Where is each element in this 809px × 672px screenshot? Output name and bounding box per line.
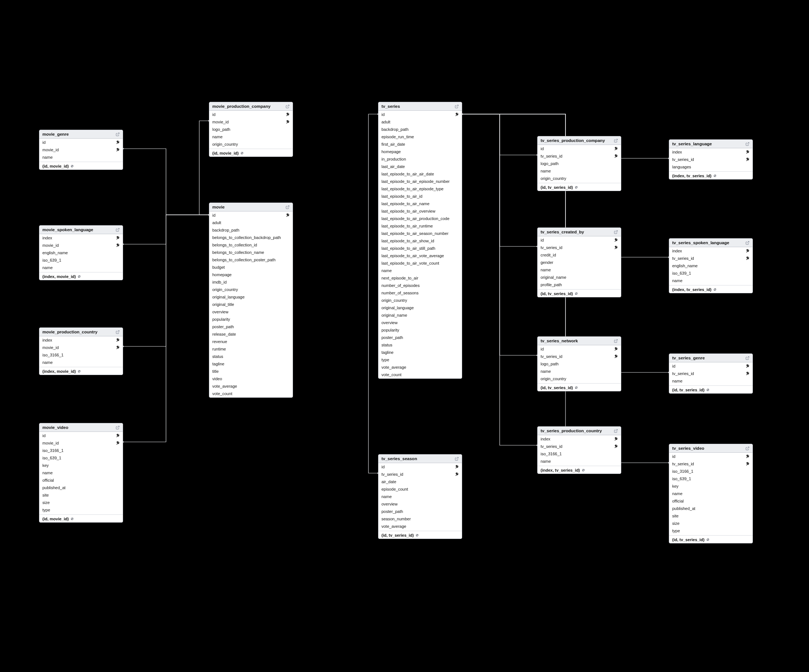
column-row[interactable]: name (537, 167, 621, 175)
entity-tv_series_season[interactable]: tv_series_seasonidtv_series_idair_dateep… (378, 454, 462, 539)
open-icon[interactable] (115, 132, 120, 136)
column-row[interactable]: episode_count (378, 485, 462, 493)
column-row[interactable]: adult (209, 219, 293, 226)
entity-tv_series_language[interactable]: tv_series_languageindextv_series_idlangu… (669, 139, 753, 179)
column-row[interactable]: name (39, 154, 123, 161)
column-row[interactable]: site (39, 491, 123, 499)
column-row[interactable]: movie_id (209, 118, 293, 126)
column-row[interactable]: credit_id (537, 251, 621, 259)
column-row[interactable]: iso_639_1 (39, 256, 123, 264)
column-row[interactable]: tv_series_id (537, 244, 621, 251)
entity-header[interactable]: tv_series_network (537, 337, 621, 345)
entity-header[interactable]: tv_series_production_company (537, 136, 621, 145)
column-row[interactable]: belongs_to_collection_backdrop_path (209, 234, 293, 241)
column-row[interactable]: backdrop_path (378, 126, 462, 133)
column-row[interactable]: tv_series_id (537, 442, 621, 450)
column-row[interactable]: name (209, 133, 293, 141)
column-row[interactable]: last_episode_to_air_name (378, 200, 462, 208)
column-row[interactable]: id (537, 236, 621, 244)
entity-movie_video[interactable]: movie_videoidmovie_idiso_3166_1iso_639_1… (39, 423, 123, 523)
column-row[interactable]: poster_path (378, 334, 462, 341)
column-row[interactable]: belongs_to_collection_name (209, 249, 293, 256)
entity-header[interactable]: tv_series_language (669, 140, 752, 148)
column-row[interactable]: official (39, 476, 123, 484)
entity-header[interactable]: movie (209, 203, 293, 211)
column-row[interactable]: origin_country (209, 141, 293, 148)
open-icon[interactable] (613, 230, 618, 234)
entity-header[interactable]: tv_series (378, 102, 462, 111)
column-row[interactable]: iso_639_1 (669, 270, 752, 277)
column-row[interactable]: poster_path (209, 323, 293, 330)
column-row[interactable]: index (669, 148, 752, 156)
entity-header[interactable]: movie_genre (39, 130, 123, 139)
column-row[interactable]: vote_average (378, 364, 462, 371)
column-row[interactable]: published_at (669, 505, 752, 512)
column-row[interactable]: size (39, 499, 123, 506)
open-icon[interactable] (745, 356, 750, 360)
open-icon[interactable] (115, 330, 120, 334)
column-row[interactable]: logo_path (537, 360, 621, 368)
column-row[interactable]: last_episode_to_air_air_date (378, 170, 462, 178)
column-row[interactable]: last_episode_to_air_still_path (378, 245, 462, 252)
column-row[interactable]: english_name (39, 249, 123, 256)
column-row[interactable]: last_episode_to_air_production_code (378, 215, 462, 222)
column-row[interactable]: title (209, 368, 293, 375)
column-row[interactable]: id (39, 139, 123, 146)
entity-header[interactable]: tv_series_genre (669, 354, 752, 362)
column-row[interactable]: vote_count (378, 371, 462, 379)
entity-tv_series[interactable]: tv_seriesidadultbackdrop_pathepisode_run… (378, 102, 462, 379)
column-row[interactable]: origin_country (537, 375, 621, 382)
entity-tv_series_production_company[interactable]: tv_series_production_companyidtv_series_… (537, 136, 621, 191)
column-row[interactable]: gender (537, 259, 621, 266)
entity-movie_production_country[interactable]: movie_production_countryindexmovie_idiso… (39, 327, 123, 375)
column-row[interactable]: last_episode_to_air_episode_number (378, 178, 462, 185)
column-row[interactable]: id (537, 145, 621, 152)
column-row[interactable]: type (39, 506, 123, 514)
column-row[interactable]: vote_count (209, 390, 293, 397)
column-row[interactable]: id (209, 111, 293, 118)
entity-header[interactable]: tv_series_video (669, 444, 752, 453)
column-row[interactable]: site (669, 512, 752, 520)
column-row[interactable]: first_air_date (378, 141, 462, 148)
column-row[interactable]: runtime (209, 345, 293, 353)
column-row[interactable]: original_language (378, 304, 462, 312)
entity-header[interactable]: tv_series_created_by (537, 228, 621, 236)
column-row[interactable]: homepage (378, 148, 462, 155)
column-row[interactable]: popularity (378, 326, 462, 334)
column-row[interactable]: budget (209, 263, 293, 271)
column-row[interactable]: logo_path (537, 160, 621, 167)
column-row[interactable]: original_name (537, 273, 621, 281)
entity-movie_genre[interactable]: movie_genreidmovie_idname(id, movie_id) (39, 130, 123, 170)
column-row[interactable]: origin_country (209, 286, 293, 293)
open-icon[interactable] (285, 205, 290, 209)
column-row[interactable]: tv_series_id (378, 471, 462, 478)
column-row[interactable]: episode_run_time (378, 133, 462, 141)
column-row[interactable]: name (537, 266, 621, 273)
column-row[interactable]: tv_series_id (537, 353, 621, 360)
column-row[interactable]: name (537, 368, 621, 375)
column-row[interactable]: original_language (209, 293, 293, 301)
open-icon[interactable] (745, 142, 750, 146)
column-row[interactable]: name (669, 490, 752, 497)
open-icon[interactable] (613, 138, 618, 143)
column-row[interactable]: original_name (378, 312, 462, 319)
column-row[interactable]: tv_series_id (669, 255, 752, 262)
column-row[interactable]: belongs_to_collection_poster_path (209, 256, 293, 263)
column-row[interactable]: movie_id (39, 439, 123, 447)
column-row[interactable]: size (669, 520, 752, 527)
column-row[interactable]: movie_id (39, 241, 123, 249)
column-row[interactable]: last_episode_to_air_runtime (378, 222, 462, 230)
column-row[interactable]: overview (378, 500, 462, 508)
column-row[interactable]: in_production (378, 155, 462, 163)
column-row[interactable]: logo_path (209, 126, 293, 133)
column-row[interactable]: backdrop_path (209, 226, 293, 234)
column-row[interactable]: name (669, 277, 752, 284)
column-row[interactable]: season_number (378, 515, 462, 523)
column-row[interactable]: index (537, 435, 621, 442)
entity-tv_series_video[interactable]: tv_series_videoidtv_series_idiso_3166_1i… (669, 444, 753, 543)
column-row[interactable]: status (378, 341, 462, 349)
column-row[interactable]: name (378, 493, 462, 500)
column-row[interactable]: last_episode_to_air_vote_count (378, 260, 462, 267)
column-row[interactable]: adult (378, 118, 462, 126)
entity-header[interactable]: movie_production_company (209, 102, 293, 111)
